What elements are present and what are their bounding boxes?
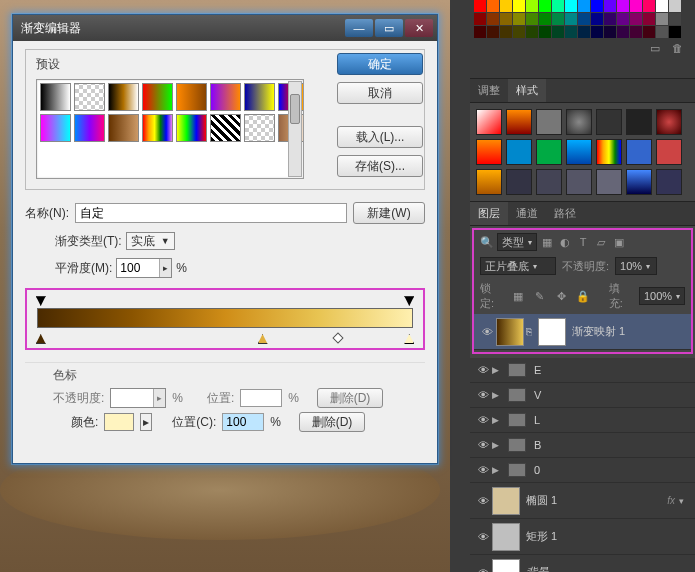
- style-preset[interactable]: [506, 139, 532, 165]
- layer-row-group[interactable]: 👁 ▶ 0: [470, 458, 695, 483]
- swatch[interactable]: [539, 13, 551, 25]
- visibility-icon[interactable]: 👁: [474, 389, 492, 401]
- color-stop-selected[interactable]: [404, 334, 414, 344]
- style-preset[interactable]: [656, 169, 682, 195]
- layer-row-shape[interactable]: 👁 矩形 1: [470, 519, 695, 555]
- style-preset[interactable]: [656, 109, 682, 135]
- style-preset[interactable]: [626, 169, 652, 195]
- swatch[interactable]: [656, 26, 668, 38]
- filter-type-icon[interactable]: T: [575, 234, 591, 250]
- filter-kind-select[interactable]: 类型 ▾: [497, 233, 537, 251]
- swatch[interactable]: [578, 0, 590, 12]
- collapse-icon[interactable]: ▶: [492, 465, 504, 475]
- preset-swatch[interactable]: [142, 114, 173, 142]
- paths-tab[interactable]: 路径: [546, 202, 584, 225]
- collapse-icon[interactable]: ▶: [492, 440, 504, 450]
- lock-transparency-icon[interactable]: ▦: [510, 288, 526, 304]
- style-preset[interactable]: [476, 109, 502, 135]
- layer-name[interactable]: 矩形 1: [526, 529, 691, 544]
- layer-name[interactable]: L: [534, 414, 691, 426]
- fill-input[interactable]: 100% ▾: [639, 287, 685, 305]
- fx-collapse-icon[interactable]: ▾: [679, 496, 691, 506]
- color-menu-arrow[interactable]: ▸: [140, 413, 152, 431]
- preset-swatch[interactable]: [74, 114, 105, 142]
- style-preset[interactable]: [476, 169, 502, 195]
- swatch[interactable]: [539, 26, 551, 38]
- style-preset[interactable]: [476, 139, 502, 165]
- swatch[interactable]: [513, 13, 525, 25]
- swatch[interactable]: [565, 13, 577, 25]
- visibility-icon[interactable]: 👁: [474, 567, 492, 573]
- lock-all-icon[interactable]: 🔒: [575, 288, 591, 304]
- swatch[interactable]: [591, 26, 603, 38]
- swatch[interactable]: [500, 0, 512, 12]
- new-swatch-icon[interactable]: ▭: [647, 40, 663, 56]
- lock-position-icon[interactable]: ✥: [554, 288, 570, 304]
- layer-row-group[interactable]: 👁 ▶ B: [470, 433, 695, 458]
- swatch[interactable]: [565, 0, 577, 12]
- layer-row-shape[interactable]: 👁 椭圆 1 fx ▾: [470, 483, 695, 519]
- swatch[interactable]: [526, 26, 538, 38]
- swatch[interactable]: [630, 13, 642, 25]
- preset-swatch[interactable]: [142, 83, 173, 111]
- filter-smart-icon[interactable]: ▣: [611, 234, 627, 250]
- gradient-type-select[interactable]: 实底 ▼: [126, 232, 175, 250]
- maximize-button[interactable]: ▭: [375, 19, 403, 37]
- preset-swatch[interactable]: [40, 114, 71, 142]
- blend-mode-select[interactable]: 正片叠底 ▾: [480, 257, 556, 275]
- layer-name[interactable]: 0: [534, 464, 691, 476]
- swatch[interactable]: [643, 13, 655, 25]
- swatch[interactable]: [500, 13, 512, 25]
- style-preset[interactable]: [596, 169, 622, 195]
- preset-swatch[interactable]: [210, 83, 241, 111]
- adjustment-thumb[interactable]: [496, 318, 524, 346]
- swatch[interactable]: [474, 0, 486, 12]
- swatch[interactable]: [591, 0, 603, 12]
- name-input[interactable]: [75, 203, 347, 223]
- swatch[interactable]: [604, 26, 616, 38]
- save-button[interactable]: 存储(S)...: [337, 155, 423, 177]
- swatch[interactable]: [487, 13, 499, 25]
- swatch[interactable]: [487, 26, 499, 38]
- layer-name[interactable]: 背景: [526, 565, 691, 572]
- swatch[interactable]: [565, 26, 577, 38]
- load-button[interactable]: 载入(L)...: [337, 126, 423, 148]
- preset-swatch[interactable]: [40, 83, 71, 111]
- minimize-button[interactable]: —: [345, 19, 373, 37]
- swatch[interactable]: [604, 0, 616, 12]
- swatch[interactable]: [617, 0, 629, 12]
- swatch[interactable]: [474, 13, 486, 25]
- styles-grid[interactable]: [476, 109, 689, 195]
- swatch[interactable]: [539, 0, 551, 12]
- visibility-icon[interactable]: 👁: [474, 464, 492, 476]
- style-preset[interactable]: [536, 139, 562, 165]
- opacity-stop[interactable]: [404, 296, 414, 306]
- adjustments-tab[interactable]: 调整: [470, 79, 508, 102]
- layer-thumb[interactable]: [492, 487, 520, 515]
- color-stop[interactable]: [36, 334, 46, 344]
- layer-row-group[interactable]: 👁 ▶ E: [470, 358, 695, 383]
- swatch[interactable]: [617, 13, 629, 25]
- smoothness-stepper[interactable]: ▸: [159, 259, 171, 277]
- preset-swatch-grid[interactable]: [36, 79, 304, 179]
- swatch[interactable]: [526, 13, 538, 25]
- filter-adjust-icon[interactable]: ◐: [557, 234, 573, 250]
- mask-thumb[interactable]: [538, 318, 566, 346]
- swatch[interactable]: [591, 13, 603, 25]
- layer-row-group[interactable]: 👁 ▶ L: [470, 408, 695, 433]
- search-icon[interactable]: 🔍: [479, 234, 495, 250]
- color-stop[interactable]: [258, 334, 268, 344]
- style-preset[interactable]: [506, 169, 532, 195]
- layer-name[interactable]: 渐变映射 1: [572, 324, 687, 339]
- filter-pixel-icon[interactable]: ▦: [539, 234, 555, 250]
- layer-thumb[interactable]: [492, 559, 520, 573]
- swatch[interactable]: [669, 13, 681, 25]
- collapse-icon[interactable]: ▶: [492, 415, 504, 425]
- swatch[interactable]: [656, 0, 668, 12]
- style-preset[interactable]: [566, 169, 592, 195]
- preset-swatch[interactable]: [108, 114, 139, 142]
- swatches-grid[interactable]: [474, 0, 691, 38]
- filter-shape-icon[interactable]: ▱: [593, 234, 609, 250]
- new-button[interactable]: 新建(W): [353, 202, 425, 224]
- swatch[interactable]: [552, 0, 564, 12]
